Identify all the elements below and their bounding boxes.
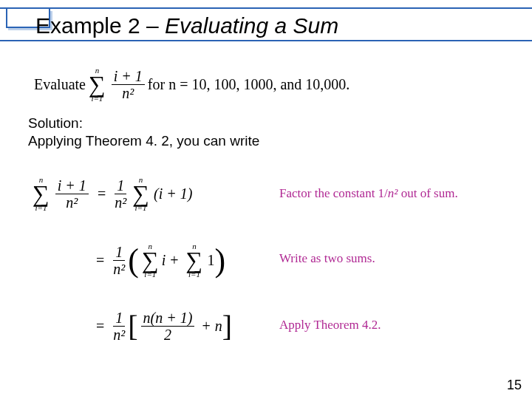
equals-sign: = xyxy=(96,252,104,269)
expr: (i + 1) xyxy=(154,185,192,202)
equals-sign: = xyxy=(98,185,106,202)
sigma-icon: ∑ xyxy=(186,250,203,270)
bracket-close-icon: ] xyxy=(222,313,232,340)
bracket-open-icon: [ xyxy=(128,313,137,340)
sigma-block: n ∑ i=1 xyxy=(89,66,106,103)
title-rule-bottom xyxy=(0,40,532,41)
title-prefix: Example 2 – xyxy=(35,13,165,38)
title-italic: Evaluating a Sum xyxy=(165,13,338,38)
equals-sign: = xyxy=(96,318,104,335)
frac-den: n² xyxy=(66,194,78,210)
fraction: i + 1 n² xyxy=(55,178,89,210)
evaluate-tail: for n = 10, 100, 1000, and 10,000. xyxy=(148,76,349,93)
sigma-block: n ∑ i=1 xyxy=(142,242,159,279)
sigma-lower: i=1 xyxy=(188,270,200,279)
frac-num: 1 xyxy=(113,245,125,261)
frac-den: 2 xyxy=(164,327,171,342)
annotation-1: Factor the constant 1/n² out of sum. xyxy=(279,186,458,201)
paren-open-icon: ( xyxy=(128,246,139,276)
annot1-pre: Factor the constant 1/ xyxy=(279,186,388,200)
sigma-lower: i=1 xyxy=(91,95,103,103)
sigma-block: n ∑ i=1 xyxy=(33,176,50,212)
term: n xyxy=(215,318,222,335)
solution-body: Applying Theorem 4. 2, you can write xyxy=(28,133,259,149)
sigma-icon: ∑ xyxy=(142,250,159,270)
sigma-icon: ∑ xyxy=(33,184,50,204)
sigma-block: n ∑ i=1 xyxy=(186,242,203,279)
term: 1 xyxy=(207,252,214,269)
fraction: i + 1 n² xyxy=(112,69,145,100)
frac-den: n² xyxy=(122,85,134,100)
sigma-lower: i=1 xyxy=(35,204,47,212)
sigma-lower: i=1 xyxy=(135,204,147,212)
fraction: 1 n² xyxy=(113,310,125,342)
plus-sign: + xyxy=(170,252,178,269)
equation-2: = 1 n² ( n ∑ i=1 i + n ∑ i=1 1 ) xyxy=(90,242,225,279)
fraction: 1 n² xyxy=(113,245,125,276)
sigma-icon: ∑ xyxy=(89,75,106,95)
evaluate-lead: Evaluate xyxy=(34,76,86,93)
fraction: n(n + 1) 2 xyxy=(141,310,195,342)
frac-num: n(n + 1) xyxy=(141,310,195,327)
paren-close-icon: ) xyxy=(214,246,225,276)
frac-num: 1 xyxy=(113,310,125,327)
annotation-2: Write as two sums. xyxy=(279,251,375,266)
frac-den: n² xyxy=(113,327,125,342)
slide-title: Example 2 – Evaluating a Sum xyxy=(35,13,338,38)
frac-num: i + 1 xyxy=(112,69,145,85)
plus-sign: + xyxy=(202,318,210,335)
frac-num: i + 1 xyxy=(55,178,89,194)
sigma-lower: i=1 xyxy=(144,270,156,279)
sigma-block: n ∑ i=1 xyxy=(132,176,149,212)
solution-heading: Solution: xyxy=(28,115,83,132)
page-number: 15 xyxy=(507,378,522,393)
title-bar: Example 2 – Evaluating a Sum xyxy=(0,7,532,43)
frac-den: n² xyxy=(113,261,125,276)
fraction: 1 n² xyxy=(115,178,126,210)
equation-3: = 1 n² [ n(n + 1) 2 + n ] xyxy=(90,310,232,342)
equation-1: n ∑ i=1 i + 1 n² = 1 n² n ∑ i=1 (i + 1) xyxy=(30,176,192,212)
frac-den: n² xyxy=(115,194,126,210)
term: i xyxy=(162,252,166,269)
annot1-n2: n² xyxy=(388,186,398,200)
problem-statement: Evaluate n ∑ i=1 i + 1 n² for n = 10, 10… xyxy=(34,66,349,103)
frac-num: 1 xyxy=(115,178,126,194)
annotation-3: Apply Theorem 4.2. xyxy=(279,318,381,332)
annot1-post: out of sum. xyxy=(398,186,457,200)
sigma-icon: ∑ xyxy=(132,184,149,204)
title-rule-top xyxy=(0,7,532,9)
